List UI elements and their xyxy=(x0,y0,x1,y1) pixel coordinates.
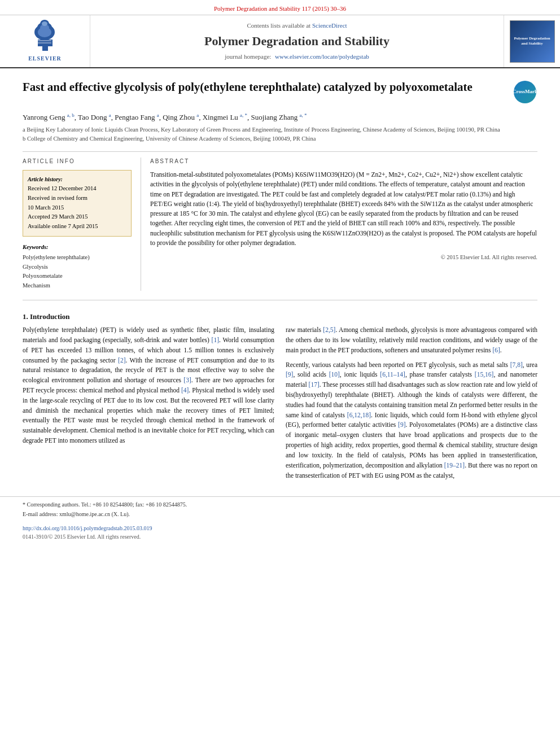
affiliation-b: b College of Chemistry and Chemical Engi… xyxy=(23,135,537,143)
keyword-1: Poly(ethylene terephthalate) xyxy=(23,253,132,263)
journal-thumbnail-area: Polymer Degradation and Stability xyxy=(504,15,560,67)
article-title-section: Fast and effective glycolysis of poly(et… xyxy=(23,80,537,104)
body-col-right: raw materials [2,5]. Among chemical meth… xyxy=(286,325,537,485)
ref-10[interactable]: [10] xyxy=(329,371,340,378)
history-label: Article history: xyxy=(28,175,126,184)
email-note: E-mail address: xmlu@home.ipe.ac.cn (X. … xyxy=(23,510,537,518)
ref-9[interactable]: [9] xyxy=(286,371,293,378)
contents-label: Contents lists available at xyxy=(247,22,310,29)
doi-link[interactable]: http://dx.doi.org/10.1016/j.polymdegrads… xyxy=(23,525,152,531)
article-info-col: Article info Article history: Received 1… xyxy=(23,158,141,291)
ref-9b[interactable]: [9] xyxy=(398,421,405,428)
doi-link-line: http://dx.doi.org/10.1016/j.polymdegrads… xyxy=(23,524,537,532)
revised-label: Received in revised form xyxy=(28,194,126,203)
elsevier-brand-label: ELSEVIER xyxy=(28,55,62,63)
body-col-left: Poly(ethylene terephthalate) (PET) is wi… xyxy=(23,325,274,485)
section-divider xyxy=(23,300,537,300)
ref-6-12-18[interactable]: [6,12,18] xyxy=(347,412,371,418)
issn-line: 0141-3910/© 2015 Elsevier Ltd. All right… xyxy=(23,532,537,541)
intro-para-right-2: Recently, various catalysts had been rep… xyxy=(286,360,537,481)
affiliation-a: a Beijing Key Laboratory of Ionic Liquid… xyxy=(23,126,537,134)
ref-19-21[interactable]: [19–21] xyxy=(444,462,465,469)
journal-homepage-line: journal homepage: www.elsevier.com/locat… xyxy=(225,53,369,61)
footnote-area: * Corresponding authors. Tel.: +86 10 82… xyxy=(0,496,560,522)
abstract-text: Transition-metal-substituted polyoxometa… xyxy=(150,170,537,248)
body-two-col: Poly(ethylene terephthalate) (PET) is wi… xyxy=(23,325,537,485)
section1-heading: Introduction xyxy=(30,312,70,321)
copyright-line: © 2015 Elsevier Ltd. All rights reserved… xyxy=(150,254,537,262)
keywords-list: Poly(ethylene terephthalate) Glycolysis … xyxy=(23,253,132,291)
ref-3[interactable]: [3] xyxy=(183,377,191,383)
ref-4[interactable]: [4] xyxy=(181,387,189,394)
received-date: Received 12 December 2014 xyxy=(28,184,126,194)
accepted-date: Accepted 29 March 2015 xyxy=(28,212,126,222)
ref-17[interactable]: [17] xyxy=(309,381,320,388)
keyword-4: Mechanism xyxy=(23,281,132,291)
top-bar: Polymer Degradation and Stability 117 (2… xyxy=(0,0,560,15)
journal-header: ELSEVIER Contents lists available at Sci… xyxy=(0,15,560,68)
journal-title: Polymer Degradation and Stability xyxy=(204,33,390,50)
body-area: 1. Introduction Poly(ethylene terephthal… xyxy=(0,306,560,496)
section1-title: 1. Introduction xyxy=(23,312,537,322)
crossmark-label: CrossMark xyxy=(513,89,537,95)
journal-cover-thumb: Polymer Degradation and Stability xyxy=(510,20,555,63)
intro-para-right-1: raw materials [2,5]. Among chemical meth… xyxy=(286,325,537,355)
crossmark-circle: CrossMark xyxy=(514,81,536,103)
abstract-col: Abstract Transition-metal-substituted po… xyxy=(141,158,537,291)
ref-15-16[interactable]: [15,16] xyxy=(475,371,494,378)
svg-point-9 xyxy=(42,21,47,26)
sciencedirect-line: Contents lists available at ScienceDirec… xyxy=(247,21,347,30)
intro-para-left: Poly(ethylene terephthalate) (PET) is wi… xyxy=(23,325,274,446)
article-area: Fast and effective glycolysis of poly(et… xyxy=(0,68,560,291)
keyword-3: Polyoxometalate xyxy=(23,272,132,281)
ref-2[interactable]: [2] xyxy=(118,357,125,364)
ref-1[interactable]: [1] xyxy=(212,337,219,343)
article-title: Fast and effective glycolysis of poly(et… xyxy=(23,80,507,95)
elsevier-logo: ELSEVIER xyxy=(27,20,63,63)
ref-2-5[interactable]: [2,5] xyxy=(323,326,335,333)
publisher-logo-area: ELSEVIER xyxy=(0,15,90,67)
homepage-label: journal homepage: xyxy=(225,53,271,60)
authors-text: Yanrong Geng a, b, Tao Dong a, Pengtao F… xyxy=(23,113,307,121)
bottom-links: http://dx.doi.org/10.1016/j.polymdegrads… xyxy=(0,522,560,544)
journal-thumb-title: Polymer Degradation and Stability xyxy=(513,36,552,46)
section1-number: 1. xyxy=(23,312,28,321)
elsevier-tree-icon xyxy=(27,20,63,54)
sciencedirect-link[interactable]: ScienceDirect xyxy=(312,22,347,29)
keyword-2: Glycolysis xyxy=(23,263,132,272)
journal-citation-link[interactable]: Polymer Degradation and Stability 117 (2… xyxy=(214,5,346,12)
available-online: Available online 7 April 2015 xyxy=(28,222,126,231)
keywords-heading: Keywords: xyxy=(23,243,132,252)
ref-6-11-14[interactable]: [6,11–14] xyxy=(380,371,405,378)
ref-7-8[interactable]: [7,8] xyxy=(510,361,523,368)
crossmark-badge[interactable]: CrossMark xyxy=(513,80,537,104)
affiliations: a Beijing Key Laboratory of Ionic Liquid… xyxy=(23,126,537,143)
article-history-box: Article history: Received 12 December 20… xyxy=(23,170,132,237)
homepage-url[interactable]: www.elsevier.com/locate/polydegstab xyxy=(275,53,369,60)
journal-title-area: Contents lists available at ScienceDirec… xyxy=(90,15,504,67)
revised-date: 10 March 2015 xyxy=(28,203,126,213)
abstract-heading: Abstract xyxy=(150,158,537,165)
article-info-heading: Article info xyxy=(23,158,132,165)
info-abstract-section: Article info Article history: Received 1… xyxy=(23,151,537,291)
corresponding-note: * Corresponding authors. Tel.: +86 10 82… xyxy=(23,500,537,509)
ref-6[interactable]: [6] xyxy=(492,347,500,353)
authors-line: Yanrong Geng a, b, Tao Dong a, Pengtao F… xyxy=(23,111,537,123)
